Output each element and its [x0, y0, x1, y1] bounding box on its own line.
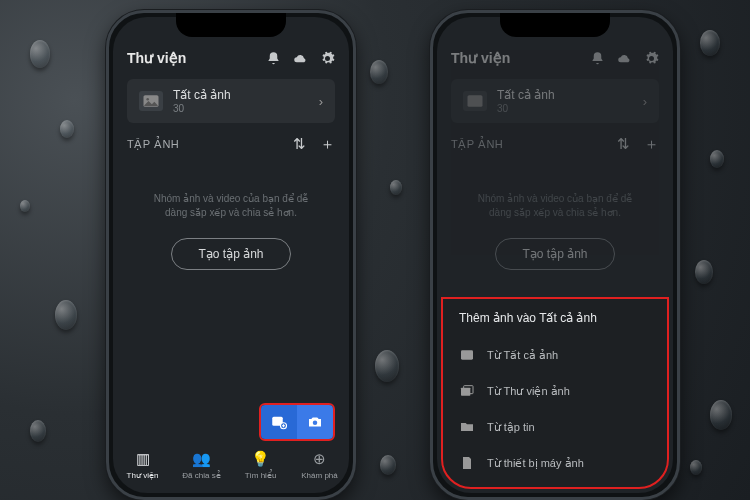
folder-icon [459, 419, 475, 435]
sheet-item-photo-library[interactable]: Từ Thư viện ảnh [459, 373, 651, 409]
album-card[interactable]: Tất cả ảnh 30 › [127, 79, 335, 123]
add-photo-sheet: Thêm ảnh vào Tất cả ảnh Từ Tất cả ảnh Từ… [441, 297, 669, 489]
sort-icon[interactable]: ⇅ [617, 135, 630, 154]
sort-icon[interactable]: ⇅ [293, 135, 306, 154]
nav-discover[interactable]: ⊕ Khám phá [290, 443, 349, 487]
sheet-item-files[interactable]: Từ tập tin [459, 409, 651, 445]
nav-library[interactable]: ▥ Thư viện [113, 443, 172, 487]
album-title: Tất cả ảnh [173, 88, 309, 102]
sheet-item-all-photos[interactable]: Từ Tất cả ảnh [459, 337, 651, 373]
create-album-button[interactable]: Tạo tập ảnh [171, 238, 291, 270]
album-count: 30 [173, 103, 309, 114]
notch [500, 13, 610, 37]
notch [176, 13, 286, 37]
add-icon[interactable]: ＋ [320, 135, 335, 154]
globe-icon: ⊕ [313, 450, 326, 468]
page-title: Thư viện [127, 50, 266, 66]
gallery-icon [459, 383, 475, 399]
album-count: 30 [497, 103, 633, 114]
section-label: TẬP ẢNH [451, 138, 617, 151]
svg-point-1 [146, 98, 149, 101]
svg-rect-6 [461, 350, 473, 359]
empty-text: Nhóm ảnh và video của bạn để dễ [457, 192, 653, 206]
cloud-icon[interactable] [293, 51, 308, 66]
empty-text: Nhóm ảnh và video của bạn để dễ [133, 192, 329, 206]
page-title: Thư viện [451, 50, 590, 66]
empty-text: dàng sắp xếp và chia sẻ hơn. [133, 206, 329, 220]
empty-text: dàng sắp xếp và chia sẻ hơn. [457, 206, 653, 220]
chevron-right-icon: › [643, 94, 647, 109]
sheet-item-camera-device[interactable]: Từ thiết bị máy ảnh [459, 445, 651, 481]
bell-icon[interactable] [266, 51, 281, 66]
svg-point-4 [313, 421, 318, 426]
bulb-icon: 💡 [251, 450, 270, 468]
nav-shared[interactable]: 👥 Đã chia sẻ [172, 443, 231, 487]
cloud-icon[interactable] [617, 51, 632, 66]
image-icon [459, 347, 475, 363]
bell-icon[interactable] [590, 51, 605, 66]
fab-highlight [259, 403, 335, 441]
album-title: Tất cả ảnh [497, 88, 633, 102]
image-icon [139, 91, 163, 111]
add-photo-button[interactable] [261, 405, 297, 439]
add-icon[interactable]: ＋ [644, 135, 659, 154]
top-bar: Thư viện [113, 43, 349, 73]
top-bar: Thư viện [437, 43, 673, 73]
sheet-title: Thêm ảnh vào Tất cả ảnh [459, 311, 651, 333]
nav-learn[interactable]: 💡 Tìm hiểu [231, 443, 290, 487]
camera-button[interactable] [297, 405, 333, 439]
svg-rect-5 [468, 95, 483, 107]
people-icon: 👥 [192, 450, 211, 468]
books-icon: ▥ [136, 450, 150, 468]
bottom-nav: ▥ Thư viện 👥 Đã chia sẻ 💡 Tìm hiểu ⊕ Khá… [113, 443, 349, 487]
gear-icon[interactable] [644, 51, 659, 66]
gear-icon[interactable] [320, 51, 335, 66]
phone-right: Thư viện Tất cả ảnh 30 › TẬP ẢNH ⇅ [430, 10, 680, 500]
svg-rect-7 [461, 388, 470, 396]
phone-left: Thư viện Tất cả ảnh 30 › TẬP ẢNH ⇅ [106, 10, 356, 500]
chevron-right-icon: › [319, 94, 323, 109]
document-icon [459, 455, 475, 471]
create-album-button[interactable]: Tạo tập ảnh [495, 238, 615, 270]
image-icon [463, 91, 487, 111]
section-label: TẬP ẢNH [127, 138, 293, 151]
album-card[interactable]: Tất cả ảnh 30 › [451, 79, 659, 123]
